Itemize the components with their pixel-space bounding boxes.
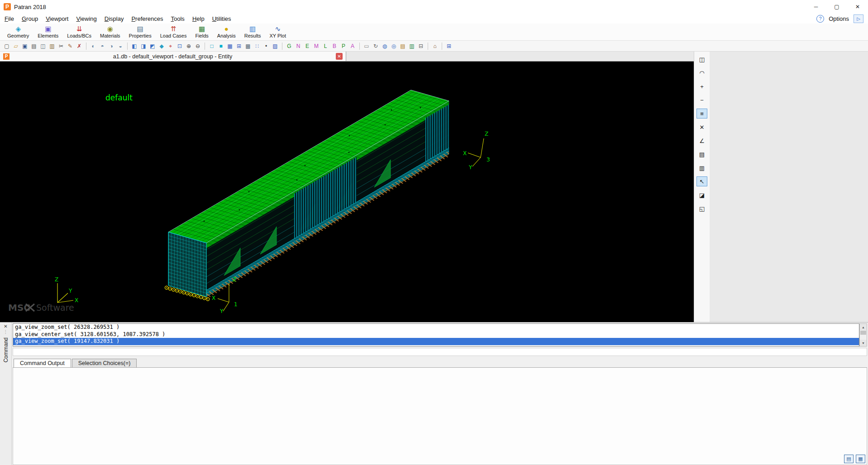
- zoom-out-icon[interactable]: ⊖: [194, 42, 202, 50]
- menu-tools[interactable]: Tools: [171, 15, 185, 22]
- globe-icon[interactable]: ◍: [381, 42, 389, 50]
- delete-icon[interactable]: ✗: [75, 42, 83, 50]
- zoom-in-icon[interactable]: ⊕: [185, 42, 193, 50]
- select-curve-icon[interactable]: ◠: [696, 68, 707, 78]
- web-help-icon[interactable]: ◎: [390, 42, 398, 50]
- clean-display-icon[interactable]: ▭: [362, 42, 371, 50]
- node-labels-icon[interactable]: N: [294, 42, 302, 50]
- elements-button[interactable]: ▣ Elements: [34, 24, 62, 40]
- loads-bcs-button[interactable]: ⇊ Loads/BCs: [63, 24, 95, 40]
- materials-button[interactable]: ◉ Materials: [96, 24, 124, 40]
- copy-icon[interactable]: ◫: [39, 42, 47, 50]
- print-icon[interactable]: ▤: [30, 42, 38, 50]
- front-view-icon[interactable]: ◧: [130, 42, 138, 50]
- element-labels-icon[interactable]: E: [303, 42, 311, 50]
- solid-display-icon[interactable]: ◱: [696, 204, 707, 214]
- menu-file[interactable]: File: [5, 15, 14, 22]
- command-output-area[interactable]: [13, 368, 867, 465]
- graphics-viewport[interactable]: default Z Y X: [0, 62, 694, 322]
- refresh-graphics-icon[interactable]: ↻: [372, 42, 380, 50]
- command-line[interactable]: ga_view_center_set( 3128.601563, 1087.39…: [13, 331, 859, 338]
- load-cases-button[interactable]: ⇈ Load Cases: [157, 24, 191, 40]
- fields-button[interactable]: ▦ Fields: [191, 24, 212, 40]
- rotate-view-icon[interactable]: ◐: [89, 42, 97, 50]
- options-button[interactable]: Options: [829, 15, 849, 22]
- property-labels-icon[interactable]: P: [339, 42, 348, 50]
- bc-labels-icon[interactable]: B: [330, 42, 339, 50]
- zoom-out-icon[interactable]: −: [696, 95, 707, 105]
- close-button[interactable]: ✕: [847, 0, 868, 14]
- mpc-labels-icon[interactable]: M: [312, 42, 320, 50]
- tile-vertical-icon[interactable]: ▦: [856, 455, 865, 463]
- side-view-icon[interactable]: ◨: [139, 42, 148, 50]
- node-display-icon[interactable]: ∷: [253, 42, 261, 50]
- layout-manager-icon[interactable]: ⊞: [445, 42, 453, 50]
- help-icon[interactable]: ?: [816, 15, 824, 23]
- notepad-icon[interactable]: ▤: [696, 149, 707, 159]
- wireframe-icon[interactable]: □: [208, 42, 216, 50]
- orbit-view-icon[interactable]: ◓: [98, 42, 106, 50]
- display-list-icon[interactable]: ≡: [696, 109, 707, 119]
- measure-angle-icon[interactable]: ∠: [696, 136, 707, 146]
- menu-help[interactable]: Help: [192, 15, 205, 22]
- history-scrollbar[interactable]: ▲ ▼: [859, 323, 867, 346]
- command-history[interactable]: ga_view_zoom_set( 26328.269531 ) ga_view…: [13, 323, 859, 346]
- geometry-button[interactable]: ◈ Geometry: [4, 24, 33, 40]
- user-manual-icon[interactable]: ▤: [399, 42, 407, 50]
- command-line[interactable]: ga_view_zoom_set( 26328.269531 ): [13, 324, 859, 331]
- show-form-icon[interactable]: ▷: [854, 14, 863, 23]
- select-pointer-icon[interactable]: ↖: [696, 176, 707, 186]
- xy-plot-button[interactable]: ∿ XY Plot: [266, 24, 290, 40]
- maximize-button[interactable]: ▢: [826, 0, 847, 14]
- open-database-icon[interactable]: ▱: [12, 42, 20, 50]
- shade-view-icon[interactable]: ◒: [116, 42, 124, 50]
- copy-image-icon[interactable]: ◪: [696, 190, 707, 200]
- tile-horizontal-icon[interactable]: ▤: [844, 455, 854, 463]
- minimize-button[interactable]: ─: [806, 0, 826, 14]
- tutorials-icon[interactable]: ▥: [408, 42, 416, 50]
- mesh-display-icon[interactable]: ⊞: [235, 42, 243, 50]
- save-database-icon[interactable]: ▣: [21, 42, 29, 50]
- command-tab[interactable]: Command Output: [14, 359, 71, 367]
- paste-icon[interactable]: ▥: [48, 42, 56, 50]
- home-icon[interactable]: ⌂: [431, 42, 439, 50]
- menu-display[interactable]: Display: [105, 15, 124, 22]
- top-view-icon[interactable]: ◩: [148, 42, 157, 50]
- menu-viewport[interactable]: Viewport: [46, 15, 68, 22]
- iso-view-icon[interactable]: ◆: [157, 42, 166, 50]
- scrollbar-thumb[interactable]: [860, 331, 866, 335]
- viewport-tab-close-icon[interactable]: ✕: [336, 53, 343, 60]
- hidden-line-icon[interactable]: ▦: [226, 42, 234, 50]
- fit-view-icon[interactable]: ⊡: [176, 42, 184, 50]
- edge-display-icon[interactable]: ▨: [271, 42, 279, 50]
- new-window-icon[interactable]: ◫: [696, 54, 707, 64]
- command-tab[interactable]: Selection Choices(=): [72, 359, 137, 367]
- brush-icon[interactable]: ✎: [66, 42, 74, 50]
- shrink-elements-icon[interactable]: ▩: [244, 42, 252, 50]
- report-icon[interactable]: ▥: [696, 163, 707, 173]
- new-database-icon[interactable]: ▢: [3, 42, 11, 50]
- geometry-labels-icon[interactable]: G: [285, 42, 293, 50]
- menu-utilities[interactable]: Utilities: [212, 15, 231, 22]
- smooth-shaded-icon[interactable]: ■: [217, 42, 225, 50]
- menu-group[interactable]: Group: [22, 15, 38, 22]
- scrollbar-track[interactable]: [860, 330, 867, 340]
- center-view-icon[interactable]: ⌖: [167, 42, 175, 50]
- menu-preferences[interactable]: Preferences: [131, 15, 163, 22]
- command-input[interactable]: [13, 348, 867, 356]
- point-display-icon[interactable]: •: [262, 42, 270, 50]
- analysis-button[interactable]: ● Analysis: [214, 24, 239, 40]
- scroll-down-icon[interactable]: ▼: [860, 340, 867, 346]
- load-labels-icon[interactable]: L: [321, 42, 329, 50]
- command-line[interactable]: ga_view_zoom_set( 19147.832031 ): [13, 338, 859, 345]
- viewport-tab[interactable]: P a1.db - default_viewport - default_gro…: [0, 52, 346, 61]
- erase-entity-icon[interactable]: ✕: [696, 122, 707, 132]
- model-canvas[interactable]: default Z Y X: [0, 62, 694, 322]
- notes-icon[interactable]: ⊟: [417, 42, 425, 50]
- panel-grip[interactable]: ⋮: [4, 329, 8, 334]
- close-panel-icon[interactable]: ✕: [4, 324, 7, 329]
- properties-button[interactable]: ▤ Properties: [125, 24, 155, 40]
- menu-viewing[interactable]: Viewing: [76, 15, 96, 22]
- scroll-up-icon[interactable]: ▲: [860, 324, 867, 330]
- all-labels-icon[interactable]: A: [348, 42, 357, 50]
